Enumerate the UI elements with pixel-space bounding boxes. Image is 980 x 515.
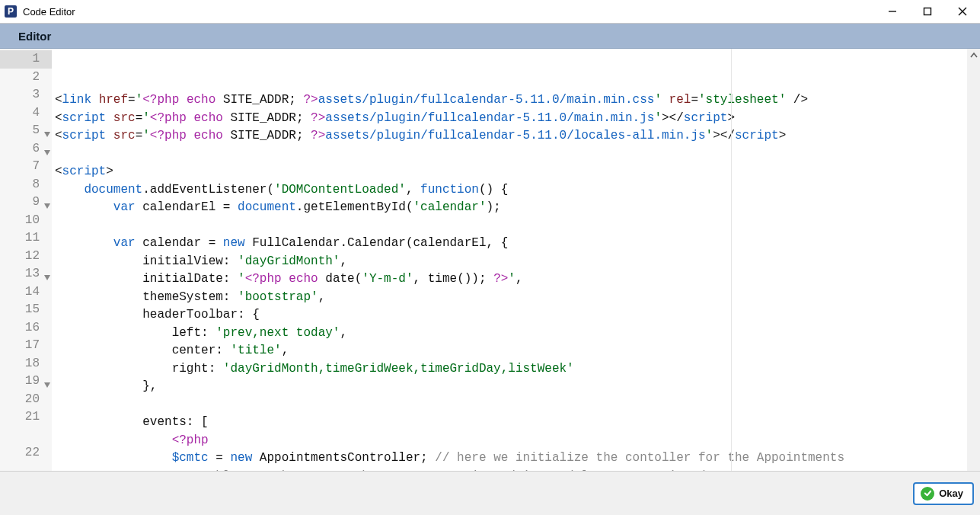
line-number[interactable]: 5 (0, 122, 52, 140)
fold-toggle-icon[interactable] (44, 270, 50, 276)
editor-area: 12345678910111213141516171819202122 <lin… (0, 49, 980, 471)
okay-button[interactable]: Okay (913, 482, 974, 505)
code-line[interactable]: initialDate: '<?php echo date('Y-m-d', t… (52, 270, 967, 289)
close-icon (958, 7, 967, 16)
code-line[interactable]: themeSystem: 'bootstrap', (52, 289, 967, 307)
line-number[interactable]: 2 (0, 69, 52, 87)
code-line[interactable]: left: 'prev,next today', (52, 325, 967, 343)
line-number[interactable]: 18 (0, 355, 52, 373)
fold-toggle-icon[interactable] (44, 126, 50, 133)
line-number[interactable]: 16 (0, 319, 52, 337)
app-icon: P (5, 5, 17, 18)
code-line[interactable]: $cmtc = new AppointmentsController; // h… (52, 449, 967, 468)
titlebar: P Code Editor (0, 0, 980, 23)
code-line[interactable]: <script src='<?php echo SITE_ADDR; ?>ass… (52, 110, 967, 128)
code-line[interactable]: initialView: 'dayGridMonth', (52, 253, 967, 271)
line-number[interactable]: 9 (0, 194, 52, 212)
line-number[interactable]: 1 (0, 50, 52, 69)
code-line[interactable]: events: [ (52, 414, 967, 432)
code-line[interactable] (52, 396, 967, 414)
line-number[interactable]: 15 (0, 301, 52, 319)
line-number[interactable] (0, 427, 52, 445)
check-icon (921, 487, 934, 501)
code-area[interactable]: <link href='<?php echo SITE_ADDR; ?>asse… (52, 49, 967, 471)
line-number[interactable]: 8 (0, 176, 52, 194)
code-line[interactable] (52, 146, 967, 164)
code-line[interactable]: center: 'title', (52, 342, 967, 360)
okay-button-label: Okay (939, 488, 963, 499)
code-line[interactable]: headerToolbar: { (52, 306, 967, 325)
code-line[interactable]: right: 'dayGridMonth,timeGridWeek,timeGr… (52, 360, 967, 379)
line-number-gutter[interactable]: 12345678910111213141516171819202122 (0, 49, 52, 471)
code-line[interactable] (52, 217, 967, 235)
code-line[interactable]: var calendarEl = document.getElementById… (52, 199, 967, 217)
line-number[interactable]: 10 (0, 212, 52, 230)
window-title: Code Editor (23, 6, 75, 18)
vertical-scrollbar[interactable] (967, 49, 980, 471)
scroll-up-arrow-icon[interactable] (967, 49, 980, 62)
fold-toggle-icon[interactable] (44, 198, 50, 204)
code-line[interactable]: <script> (52, 163, 967, 181)
line-number[interactable]: 12 (0, 248, 52, 266)
print-margin-guide (731, 49, 732, 471)
line-number[interactable]: 13 (0, 265, 52, 283)
line-number[interactable]: 17 (0, 337, 52, 355)
line-number[interactable]: 6 (0, 140, 52, 158)
code-line[interactable]: document.addEventListener('DOMContentLoa… (52, 181, 967, 200)
line-number[interactable]: 3 (0, 86, 52, 104)
editor-header: Editor (0, 23, 980, 49)
line-number[interactable]: 4 (0, 104, 52, 123)
code-line[interactable]: var calendar = new FullCalendar.Calendar… (52, 235, 967, 253)
code-line[interactable]: <?php (52, 432, 967, 450)
dialog-footer: Okay (0, 471, 980, 515)
line-number[interactable]: 14 (0, 283, 52, 302)
line-number[interactable]: 21 (0, 408, 52, 427)
svg-rect-1 (924, 8, 931, 15)
editor-header-label: Editor (18, 30, 51, 43)
line-number[interactable]: 20 (0, 391, 52, 409)
line-number[interactable]: 22 (0, 444, 52, 462)
fold-toggle-icon[interactable] (44, 145, 50, 151)
fold-toggle-icon[interactable] (44, 377, 50, 383)
line-number[interactable]: 11 (0, 229, 52, 248)
close-button[interactable] (945, 0, 980, 23)
minimize-button[interactable] (875, 0, 910, 23)
code-line[interactable]: <link href='<?php echo SITE_ADDR; ?>asse… (52, 91, 967, 110)
maximize-button[interactable] (910, 0, 945, 23)
minimize-icon (888, 7, 897, 16)
code-line[interactable]: <script src='<?php echo SITE_ADDR; ?>ass… (52, 127, 967, 146)
code-line[interactable]: table, so that we can have access to it … (52, 468, 967, 472)
maximize-icon (923, 7, 932, 16)
line-number[interactable]: 19 (0, 373, 52, 391)
code-line[interactable]: }, (52, 378, 967, 396)
line-number[interactable]: 7 (0, 158, 52, 176)
